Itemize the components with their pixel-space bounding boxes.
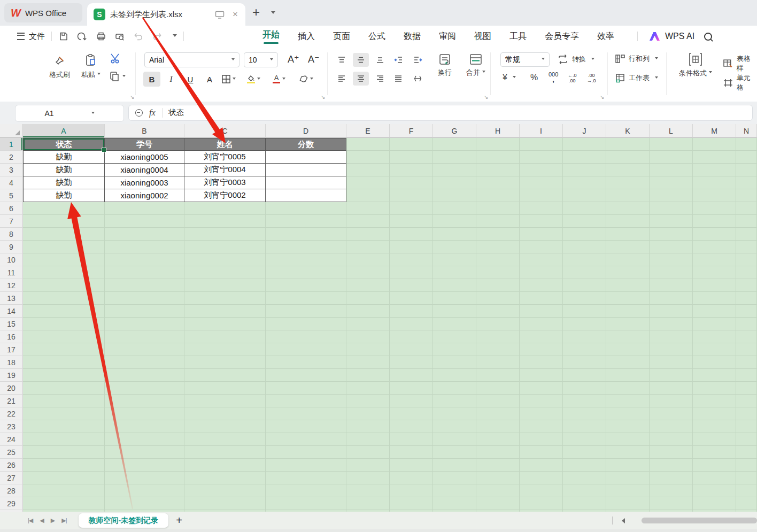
align-bottom-button[interactable] [372, 53, 388, 67]
cell-F12[interactable] [390, 279, 433, 292]
cell-F14[interactable] [390, 305, 433, 318]
cell-H13[interactable] [476, 292, 520, 305]
cell-D2[interactable] [266, 151, 346, 164]
cell-K3[interactable] [606, 164, 650, 176]
cell-K9[interactable] [606, 241, 650, 253]
cell-G15[interactable] [433, 318, 476, 330]
cell-E2[interactable] [346, 151, 390, 164]
cell-A1[interactable]: 状态 [23, 138, 105, 151]
cell-M16[interactable] [693, 330, 736, 343]
cell-L15[interactable] [650, 318, 693, 330]
main-menu-icon[interactable] [17, 33, 25, 40]
cell-E3[interactable] [346, 164, 390, 176]
cell-C21[interactable] [184, 395, 266, 407]
cell-I20[interactable] [520, 382, 563, 395]
cell-H24[interactable] [476, 433, 520, 446]
cell-B22[interactable] [105, 407, 184, 420]
cell-B26[interactable] [105, 459, 184, 472]
cell-G25[interactable] [433, 446, 476, 459]
cell-H16[interactable] [476, 330, 520, 343]
row-header-4[interactable]: 4 [0, 176, 23, 189]
cell-F8[interactable] [390, 228, 433, 241]
row-header-3[interactable]: 3 [0, 164, 23, 176]
cell-F6[interactable] [390, 202, 433, 215]
row-header-1[interactable]: 1 [0, 138, 23, 151]
cell-E13[interactable] [346, 292, 390, 305]
cell-C22[interactable] [184, 407, 266, 420]
cell-E7[interactable] [346, 215, 390, 228]
cell-G16[interactable] [433, 330, 476, 343]
cell-K28[interactable] [606, 484, 650, 497]
cell-A12[interactable] [23, 279, 105, 292]
cell-B3[interactable]: xiaoning0004 [105, 164, 184, 176]
row-header-12[interactable]: 12 [0, 279, 23, 292]
cell-K13[interactable] [606, 292, 650, 305]
cell-K5[interactable] [606, 189, 650, 202]
redo-button[interactable] [152, 31, 163, 42]
cell-C29[interactable] [184, 497, 266, 510]
rows-columns-caret-icon[interactable] [655, 57, 658, 61]
file-menu[interactable]: 文件 [29, 32, 45, 42]
cell-N6[interactable] [736, 202, 757, 215]
cell-M24[interactable] [693, 433, 736, 446]
cell-J4[interactable] [563, 176, 606, 189]
cell-N1[interactable] [736, 138, 757, 151]
cell-L23[interactable] [650, 420, 693, 433]
cell-K26[interactable] [606, 459, 650, 472]
column-header-K[interactable]: K [606, 124, 650, 138]
cell-L22[interactable] [650, 407, 693, 420]
cell-C15[interactable] [184, 318, 266, 330]
cell-I7[interactable] [520, 215, 563, 228]
cell-A20[interactable] [23, 382, 105, 395]
table-style-button[interactable]: 表格样 [723, 54, 757, 73]
cell-M17[interactable] [693, 343, 736, 356]
cell-E22[interactable] [346, 407, 390, 420]
cell-J29[interactable] [563, 497, 606, 510]
cell-K23[interactable] [606, 420, 650, 433]
cell-C24[interactable] [184, 433, 266, 446]
cell-E19[interactable] [346, 369, 390, 382]
cell-F4[interactable] [390, 176, 433, 189]
cell-G1[interactable] [433, 138, 476, 151]
cell-J21[interactable] [563, 395, 606, 407]
cell-B29[interactable] [105, 497, 184, 510]
cell-F7[interactable] [390, 215, 433, 228]
column-header-E[interactable]: E [346, 124, 390, 138]
cell-E8[interactable] [346, 228, 390, 241]
cell-I1[interactable] [520, 138, 563, 151]
insert-function-icon[interactable]: fx [149, 108, 156, 118]
cell-N5[interactable] [736, 189, 757, 202]
row-header-26[interactable]: 26 [0, 459, 23, 472]
cell-K16[interactable] [606, 330, 650, 343]
cell-H26[interactable] [476, 459, 520, 472]
paste-caret-icon[interactable] [97, 73, 101, 76]
last-sheet-icon[interactable]: ▶| [61, 517, 66, 524]
cell-D29[interactable] [266, 497, 346, 510]
cell-C16[interactable] [184, 330, 266, 343]
cell-E15[interactable] [346, 318, 390, 330]
cell-format-button[interactable]: 单元格 [723, 73, 757, 92]
cell-A27[interactable] [23, 472, 105, 484]
text-orientation-button[interactable] [410, 72, 426, 86]
cell-J15[interactable] [563, 318, 606, 330]
cell-G11[interactable] [433, 266, 476, 279]
cell-J2[interactable] [563, 151, 606, 164]
cell-F15[interactable] [390, 318, 433, 330]
row-header-10[interactable]: 10 [0, 253, 23, 266]
cell-C25[interactable] [184, 446, 266, 459]
cell-D16[interactable] [266, 330, 346, 343]
cell-K21[interactable] [606, 395, 650, 407]
cell-G29[interactable] [433, 497, 476, 510]
cell-N16[interactable] [736, 330, 757, 343]
cell-L12[interactable] [650, 279, 693, 292]
row-header-28[interactable]: 28 [0, 484, 23, 497]
cell-N24[interactable] [736, 433, 757, 446]
cell-J24[interactable] [563, 433, 606, 446]
cell-N25[interactable] [736, 446, 757, 459]
selection-fill-handle[interactable] [102, 148, 106, 152]
cell-B10[interactable] [105, 253, 184, 266]
column-header-C[interactable]: C [184, 124, 266, 138]
currency-caret-icon[interactable] [513, 76, 516, 80]
cell-G17[interactable] [433, 343, 476, 356]
cell-M4[interactable] [693, 176, 736, 189]
